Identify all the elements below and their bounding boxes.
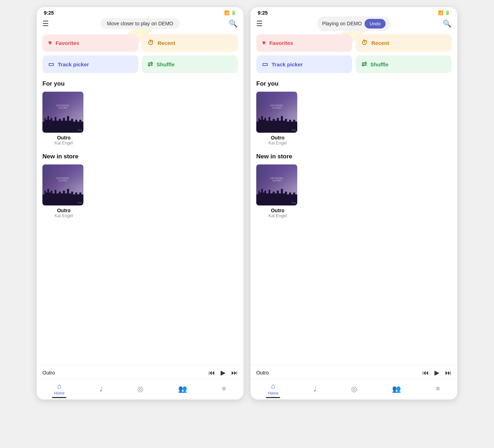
home-label-2: Home	[268, 391, 278, 395]
player-controls-2: ⏮ ▶ ⏭	[422, 369, 452, 377]
screen-2: ⚡ 9:25 📶 🔋 ☰ Playing on DEMO Undo 🔍 ♥ Fa…	[251, 7, 457, 399]
play-button-1[interactable]: ▶	[221, 369, 226, 377]
favorites-label-2: Favorites	[269, 40, 293, 46]
album-card-for-you-1[interactable]: KAI ENGELOUTRO fma Outro Kai Engel	[42, 92, 85, 146]
queue-icon-2: ≡	[436, 385, 440, 393]
notification-text-1: Move closer to play on DEMO	[107, 21, 173, 26]
prev-button-1[interactable]: ⏮	[209, 369, 215, 377]
wifi-icon-2: 📶	[438, 10, 443, 15]
next-button-2[interactable]: ⏭	[445, 369, 452, 377]
album-card-for-you-2[interactable]: KAI ENGELOUTRO fma Outro Kai Engel	[256, 92, 299, 146]
album-corner-new-1: fma	[78, 202, 82, 204]
status-time-2: 9:25	[258, 10, 268, 16]
favorites-label-1: Favorites	[56, 40, 79, 46]
nav-queue-1[interactable]: ≡	[222, 385, 226, 393]
notification-pill-1: Move closer to play on DEMO	[101, 18, 180, 29]
recent-label-2: Recent	[371, 40, 389, 46]
wifi-icon-1: 📶	[224, 10, 230, 15]
next-button-1[interactable]: ⏭	[231, 369, 238, 377]
for-you-section-1: For you KAI ENGELOUTRO fma Outro Kai Eng…	[42, 80, 238, 146]
nav-home-1[interactable]: ⌂ Home	[54, 382, 65, 395]
track-picker-button-1[interactable]: ▭ Track picker	[42, 55, 138, 73]
nav-indicator-1	[52, 397, 66, 398]
favorites-button-1[interactable]: ♥ Favorites	[42, 34, 138, 52]
content-area-1: For you KAI ENGELOUTRO fma Outro Kai Eng…	[37, 77, 243, 365]
nav-cast-1[interactable]: ◎	[137, 385, 143, 393]
new-in-store-title-2: New in store	[256, 153, 452, 160]
nav-bar-2: ⌂ Home ♩ ◎ 👥 ≡	[251, 379, 457, 399]
album-corner-2: fma	[292, 129, 296, 131]
undo-button-2[interactable]: Undo	[365, 19, 386, 29]
recent-button-2[interactable]: ⏱ Recent	[356, 34, 452, 52]
shuffle-label-2: Shuffle	[370, 61, 388, 67]
status-icons-1: 📶 🔋	[224, 10, 236, 15]
status-time-1: 9:25	[44, 10, 54, 16]
track-picker-icon-1: ▭	[48, 60, 54, 68]
battery-icon-1: 🔋	[231, 10, 236, 15]
search-icon-2[interactable]: 🔍	[443, 19, 452, 28]
nav-music-2[interactable]: ♩	[313, 385, 317, 393]
album-text-new-2: KAI ENGELOUTRO	[270, 177, 283, 182]
track-name-2: Outro	[256, 135, 299, 141]
nav-music-1[interactable]: ♩	[99, 385, 103, 393]
top-bar-2: ☰ Playing on DEMO Undo 🔍	[251, 17, 457, 31]
recent-label-1: Recent	[158, 40, 175, 46]
nav-social-1[interactable]: 👥	[178, 385, 187, 393]
now-playing-title-2: Outro	[256, 370, 269, 376]
home-label-1: Home	[54, 391, 65, 395]
album-art-2: KAI ENGELOUTRO fma	[256, 92, 297, 133]
screen-1: ⚡ 9:25 📶 🔋 ☰ Move closer to play on DEMO…	[37, 7, 243, 399]
top-bar-1: ☰ Move closer to play on DEMO 🔍	[37, 17, 243, 31]
album-text-new-1: KAI ENGELOUTRO	[56, 177, 70, 182]
album-corner-new-2: fma	[292, 202, 296, 204]
home-icon-1: ⌂	[57, 382, 61, 390]
shuffle-button-2[interactable]: ⇄ Shuffle	[356, 55, 452, 73]
new-in-store-section-2: New in store KAI ENGELOUTRO fma Outro Ka…	[256, 153, 452, 219]
track-picker-icon-2: ▭	[262, 60, 268, 68]
content-area-2: For you KAI ENGELOUTRO fma Outro Kai Eng…	[251, 77, 457, 365]
music-icon-1: ♩	[99, 385, 103, 393]
for-you-title-1: For you	[42, 80, 238, 87]
status-icons-2: 📶 🔋	[438, 10, 450, 15]
shuffle-icon-1: ⇄	[148, 60, 153, 68]
favorites-button-2[interactable]: ♥ Favorites	[256, 34, 352, 52]
recent-button-1[interactable]: ⏱ Recent	[142, 34, 238, 52]
queue-icon-1: ≡	[222, 385, 226, 393]
music-icon-2: ♩	[313, 385, 317, 393]
battery-icon-2: 🔋	[445, 10, 450, 15]
nav-cast-2[interactable]: ◎	[351, 385, 357, 393]
track-picker-button-2[interactable]: ▭ Track picker	[256, 55, 352, 73]
album-text-2: KAI ENGELOUTRO	[270, 104, 283, 109]
recent-icon-1: ⏱	[148, 39, 154, 47]
hamburger-menu-1[interactable]: ☰	[42, 19, 49, 28]
prev-button-2[interactable]: ⏮	[422, 369, 429, 377]
social-icon-1: 👥	[178, 385, 187, 393]
social-icon-2: 👥	[392, 385, 401, 393]
cast-icon-1: ◎	[137, 385, 143, 393]
nav-queue-2[interactable]: ≡	[436, 385, 440, 393]
album-card-new-1[interactable]: KAI ENGELOUTRO fma Outro Kai Engel	[42, 164, 85, 218]
search-icon-1[interactable]: 🔍	[229, 19, 238, 28]
shuffle-icon-2: ⇄	[361, 60, 367, 68]
shuffle-label-1: Shuffle	[156, 61, 175, 67]
quick-buttons-1: ♥ Favorites ⏱ Recent ▭ Track picker ⇄ Sh…	[37, 31, 243, 77]
track-picker-label-1: Track picker	[58, 61, 89, 67]
album-text-1: KAI ENGELOUTRO	[56, 104, 70, 109]
hamburger-menu-2[interactable]: ☰	[256, 19, 263, 28]
quick-buttons-2: ♥ Favorites ⏱ Recent ▭ Track picker ⇄ Sh…	[251, 31, 457, 77]
new-in-store-section-1: New in store KAI ENGELOUTRO fma Outro Ka…	[42, 153, 238, 219]
for-you-section-2: For you KAI ENGELOUTRO fma Outro Kai Eng…	[256, 80, 452, 146]
favorites-icon-1: ♥	[48, 39, 52, 47]
player-controls-1: ⏮ ▶ ⏭	[209, 369, 238, 377]
play-button-2[interactable]: ▶	[434, 369, 439, 377]
album-card-new-2[interactable]: KAI ENGELOUTRO fma Outro Kai Engel	[256, 164, 299, 218]
favorites-icon-2: ♥	[262, 39, 266, 47]
shuffle-button-1[interactable]: ⇄ Shuffle	[142, 55, 238, 73]
status-bar-2: 9:25 📶 🔋	[251, 7, 457, 17]
nav-social-2[interactable]: 👥	[392, 385, 401, 393]
nav-home-2[interactable]: ⌂ Home	[268, 382, 278, 395]
for-you-title-2: For you	[256, 80, 452, 87]
album-art-1: KAI ENGELOUTRO fma	[42, 92, 83, 133]
album-corner-1: fma	[78, 129, 82, 131]
track-name-1: Outro	[42, 135, 85, 141]
